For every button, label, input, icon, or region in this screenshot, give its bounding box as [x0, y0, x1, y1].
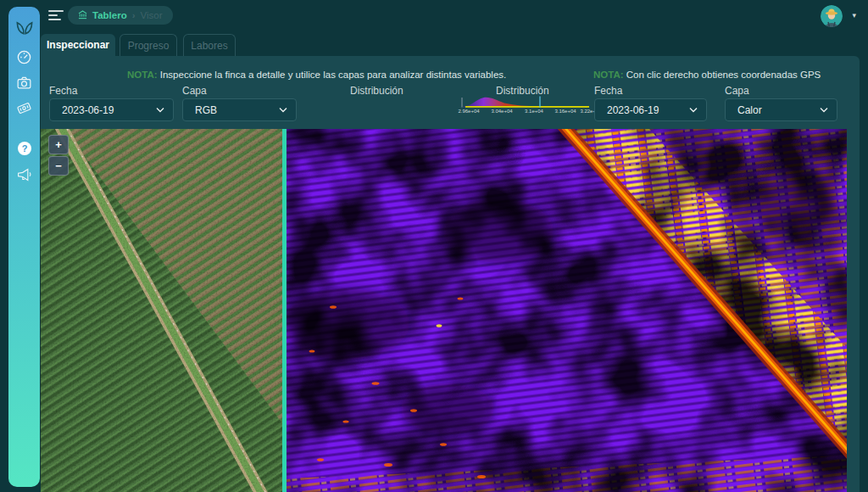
fecha-right-label: Fecha [594, 85, 622, 97]
dist-tick-0: 2.96e+04 [458, 109, 479, 114]
chevron-down-icon [156, 107, 164, 113]
tab-labores[interactable]: Labores [183, 34, 236, 56]
hamburger-menu-icon[interactable] [48, 10, 64, 23]
capa-left-value: RGB [195, 104, 279, 116]
breadcrumb-separator: › [132, 10, 136, 20]
leaf-logo-icon[interactable] [14, 15, 36, 37]
fecha-right-select[interactable]: 2023-06-19 [594, 98, 707, 121]
dist-tick-1: 3.04e+04 [491, 109, 512, 114]
map-compare-divider[interactable] [282, 129, 287, 492]
note-right: NOTA: Con clic derecho obtienes coordena… [593, 70, 821, 80]
fecha-left-value: 2023-06-19 [62, 104, 156, 116]
breadcrumb-tablero[interactable]: Tablero [92, 10, 127, 20]
map-rgb[interactable] [41, 129, 282, 492]
note-left-text: Inspeccione la finca a detalle y utilice… [160, 70, 506, 80]
tab-progreso[interactable]: Progreso [120, 34, 177, 56]
zoom-out-button[interactable]: − [48, 156, 69, 176]
note-right-label: NOTA: [593, 70, 624, 80]
avatar-caret-icon[interactable]: ▾ [852, 11, 856, 20]
note-left-label: NOTA: [127, 70, 158, 80]
chevron-down-icon [820, 107, 828, 113]
zoom-in-button[interactable]: + [48, 135, 69, 154]
tab-inspeccionar[interactable]: Inspeccionar [41, 34, 115, 56]
dist-tick-3: 3.16e+04 [554, 109, 576, 114]
user-avatar[interactable] [821, 5, 843, 27]
note-right-text: Con clic derecho obtienes coordenadas GP… [626, 70, 821, 80]
distribucion-left-label: Distribución [350, 85, 403, 97]
distribution-histogram[interactable] [455, 94, 593, 109]
fecha-right-value: 2023-06-19 [607, 104, 689, 116]
dist-tick-2: 3.1e+04 [525, 109, 543, 114]
fecha-left-select[interactable]: 2023-06-19 [49, 98, 174, 121]
megaphone-icon[interactable] [14, 163, 36, 185]
breadcrumb: Tablero › Visor [68, 6, 173, 25]
capa-left-select[interactable]: RGB [182, 98, 297, 121]
chevron-down-icon [279, 107, 287, 113]
gauge-icon[interactable] [14, 46, 36, 68]
bank-icon [78, 10, 87, 21]
chevron-down-icon [689, 107, 698, 113]
map-zoom-controls: + − [48, 135, 69, 176]
capa-left-label: Capa [182, 85, 207, 97]
capa-right-label: Capa [725, 85, 749, 97]
fecha-left-label: Fecha [49, 85, 77, 97]
map-thermal[interactable] [287, 129, 847, 492]
note-left: NOTA: Inspeccione la finca a detalle y u… [127, 70, 506, 80]
ticket-icon[interactable] [14, 97, 36, 119]
capa-right-select[interactable]: Calor [725, 98, 837, 121]
help-icon[interactable]: ? [14, 137, 36, 159]
camera-icon[interactable] [14, 71, 36, 93]
sidebar: ? [8, 7, 40, 487]
capa-right-value: Calor [737, 104, 820, 116]
svg-text:?: ? [21, 143, 27, 154]
breadcrumb-visor: Visor [141, 10, 163, 20]
